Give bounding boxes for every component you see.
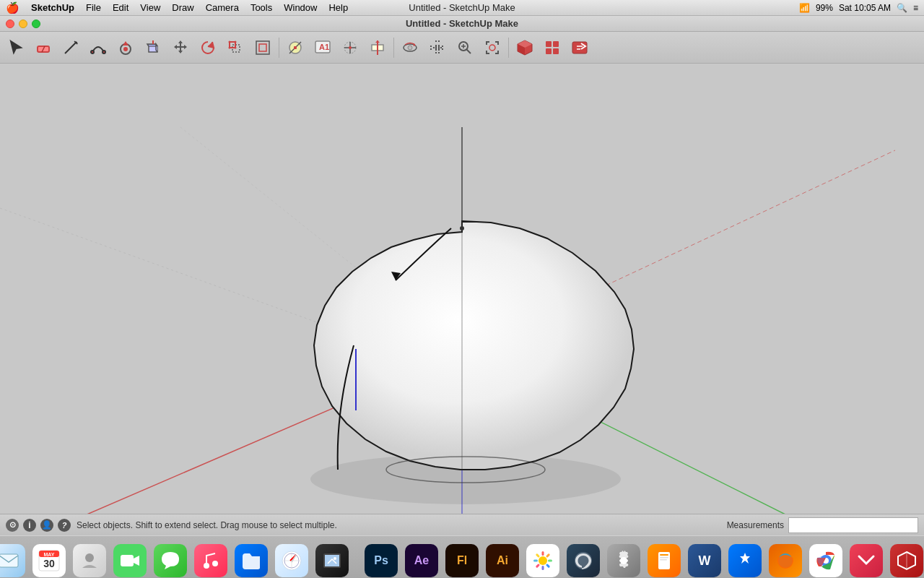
dock-firefox[interactable] [767,542,804,578]
menu-help[interactable]: Help [323,0,354,16]
arc-tool[interactable] [85,35,111,61]
dock-chrome[interactable] [807,542,845,578]
section-plane-tool[interactable] [365,35,391,61]
svg-point-3 [91,51,94,53]
dock-sketchup[interactable] [888,542,924,578]
svg-text:A1: A1 [319,43,329,51]
svg-point-53 [85,553,94,562]
push-pull-tool[interactable] [140,35,166,61]
select-tool[interactable] [3,35,29,61]
menu-bar-right: 📶 99% Sat 10:05 AM 🔍 ≡ [799,3,918,13]
dock-pocket[interactable] [847,542,885,578]
measurements-label: Measurements [727,520,784,530]
close-button[interactable] [6,20,14,28]
sphere-body [314,221,634,470]
dock-facetime[interactable] [111,542,149,578]
svg-point-13 [235,40,237,43]
maximize-button[interactable] [32,20,40,28]
svg-rect-38 [553,48,559,54]
svg-rect-17 [259,44,266,51]
dock-screenshot[interactable] [313,542,351,578]
zoom-extents-tool[interactable] [479,35,505,61]
svg-rect-48 [0,554,18,567]
dock-appstore[interactable] [726,542,764,578]
pencil-tool[interactable] [58,35,84,61]
measurements-area: Measurements [727,517,918,533]
wifi-icon: 📶 [799,3,810,13]
status-icon-help[interactable]: ? [58,519,71,532]
zoom-tool[interactable] [452,35,478,61]
svg-point-26 [349,46,352,49]
dock-animate[interactable]: Fl [443,542,481,578]
svg-rect-62 [325,555,339,566]
svg-rect-71 [533,560,538,562]
search-icon[interactable]: 🔍 [897,3,907,13]
export-tool[interactable] [567,35,593,61]
minimize-button[interactable] [19,20,27,28]
toolbar-separator-3 [508,38,509,58]
offset-tool[interactable] [250,35,276,61]
dock-mail[interactable] [0,542,27,578]
status-icon-info[interactable]: i [23,519,36,532]
dock-steam[interactable] [565,542,602,578]
orbit-tool[interactable] [397,35,423,61]
status-icon-user[interactable]: 👤 [40,519,53,532]
rotate-tool[interactable] [195,35,221,61]
status-message: Select objects. Shift to extend select. … [77,520,337,530]
dock-safari[interactable] [273,542,310,578]
warehouse-tool[interactable] [512,35,538,61]
dock-messages[interactable] [152,542,189,578]
svg-rect-36 [553,41,559,47]
svg-rect-78 [660,559,667,561]
status-icon-toggle[interactable]: ⊙ [6,519,19,532]
svg-rect-16 [256,41,269,54]
svg-line-2 [65,42,77,53]
dock-photoshop[interactable]: Ps [362,542,400,578]
dock-sysprefs[interactable] [605,542,642,578]
canvas-area[interactable] [0,64,924,514]
svg-rect-70 [536,564,540,568]
menu-sketchup[interactable]: SketchUp [25,0,80,16]
menu-view[interactable]: View [134,0,166,16]
svg-point-7 [123,47,128,51]
svg-text:MAY: MAY [44,552,55,557]
notification-icon[interactable]: ≡ [913,3,918,13]
dock-calendar[interactable]: MAY30 [30,542,68,578]
menu-tools[interactable]: Tools [245,0,278,16]
menu-draw[interactable]: Draw [166,0,199,16]
svg-point-14 [229,46,231,48]
menu-file[interactable]: File [80,0,107,16]
sketchup-viewport[interactable] [0,64,924,514]
dock-files[interactable] [232,542,270,578]
toolbar-separator-2 [393,38,394,58]
scale-tool[interactable] [222,35,248,61]
measurements-input[interactable] [788,517,918,533]
menu-window[interactable]: Window [278,0,323,16]
svg-point-56 [212,561,218,566]
shapes-tool[interactable] [113,35,139,61]
components-tool[interactable] [539,35,565,61]
pan-tool[interactable] [424,35,450,61]
axes-tool[interactable] [337,35,363,61]
tape-measure-tool[interactable] [282,35,308,61]
dock-word[interactable]: W [686,542,723,578]
apple-menu[interactable]: 🍎 [6,1,19,14]
menu-edit[interactable]: Edit [107,0,134,16]
svg-rect-77 [660,557,668,558]
dock-contacts[interactable] [71,542,108,578]
dock-ibooks[interactable] [645,542,683,578]
dock-illustrator[interactable]: Ai [484,542,521,578]
menu-camera[interactable]: Camera [200,0,245,16]
window-title: Untitled - SketchUp Make [406,18,518,29]
svg-rect-35 [546,41,552,47]
text-tool[interactable]: A1 [310,35,336,61]
dock-music[interactable] [192,542,230,578]
menu-bar: 🍎 SketchUp File Edit View Draw Camera To… [0,0,924,16]
svg-point-64 [539,556,547,565]
toolbar: A1 [0,32,924,64]
dock-aftereffects[interactable]: Ae [403,542,440,578]
move-tool[interactable] [167,35,193,61]
dock-photos[interactable] [524,542,562,578]
eraser-tool[interactable] [30,35,56,61]
dock: MAY30 [0,535,924,578]
